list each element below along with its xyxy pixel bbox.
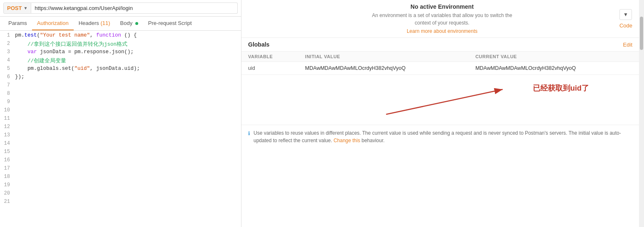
request-tabs: Params Authorization Headers (11) Body P… bbox=[0, 17, 241, 31]
tab-authorization[interactable]: Authorization bbox=[32, 17, 74, 30]
code-line: 2 //拿到这个接口返回值并转化为json格式 bbox=[0, 41, 241, 49]
line-number: 9 bbox=[2, 99, 15, 105]
code-editor[interactable]: 1pm.test("Your test name", function () {… bbox=[0, 31, 241, 227]
line-number: 11 bbox=[2, 116, 15, 121]
code-line: 6}); bbox=[0, 74, 241, 82]
tab-prerequest-label: Pre-request Script bbox=[148, 20, 192, 26]
col-initial-value: INITIAL VALUE bbox=[298, 52, 469, 62]
code-line: 14 bbox=[0, 141, 241, 149]
line-number: 5 bbox=[2, 66, 15, 72]
table-cell-current_value: MDAwMDAwMDAwMLOcrdyH382vhqVyoQ bbox=[469, 62, 639, 75]
variables-table: VARIABLE INITIAL VALUE CURRENT VALUE uid… bbox=[241, 52, 639, 75]
line-number: 18 bbox=[2, 174, 15, 180]
line-number: 7 bbox=[2, 82, 15, 88]
code-line: 17 bbox=[0, 165, 241, 174]
env-bar: No active Environment An environment is … bbox=[241, 0, 639, 38]
line-number: 21 bbox=[2, 199, 15, 205]
code-line: 19 bbox=[0, 182, 241, 190]
code-line: 21 bbox=[0, 199, 241, 207]
method-dropdown-arrow: ▼ bbox=[23, 6, 27, 10]
code-line: 12 bbox=[0, 124, 241, 132]
scrollbar-track[interactable] bbox=[639, 0, 644, 227]
line-number: 19 bbox=[2, 182, 15, 188]
line-number: 12 bbox=[2, 124, 15, 130]
env-dropdown-button[interactable]: ▼ bbox=[619, 9, 632, 20]
line-number: 2 bbox=[2, 41, 15, 47]
line-number: 17 bbox=[2, 165, 15, 171]
tab-authorization-label: Authorization bbox=[37, 20, 69, 26]
table-cell-initial_value: MDAwMDAwMDAwMLOcrdyH382vhqVyoQ bbox=[298, 62, 469, 75]
code-line: 18 bbox=[0, 174, 241, 182]
right-panel: No active Environment An environment is … bbox=[241, 0, 639, 227]
line-number: 15 bbox=[2, 149, 15, 155]
code-line: 20 bbox=[0, 190, 241, 199]
line-number: 13 bbox=[2, 132, 15, 138]
tab-prerequest[interactable]: Pre-request Script bbox=[143, 17, 197, 30]
method-label: POST bbox=[7, 5, 22, 11]
code-line: 4 //创建全局变量 bbox=[0, 57, 241, 66]
code-line: 13 bbox=[0, 132, 241, 141]
edit-link[interactable]: Edit bbox=[623, 42, 632, 48]
code-line: 1pm.test("Your test name", function () { bbox=[0, 32, 241, 41]
table-row: uidMDAwMDAwMDAwMLOcrdyH382vhqVyoQMDAwMDA… bbox=[241, 62, 639, 75]
col-current-value: CURRENT VALUE bbox=[469, 52, 639, 62]
line-number: 20 bbox=[2, 190, 15, 196]
code-line: 15 bbox=[0, 149, 241, 157]
code-line: 9 bbox=[0, 99, 241, 107]
bottom-info-text: Use variables to reuse values in differe… bbox=[254, 129, 632, 144]
line-number: 6 bbox=[2, 74, 15, 80]
code-line: 8 bbox=[0, 91, 241, 99]
scrollbar-thumb[interactable] bbox=[640, 17, 643, 50]
code-line: 10 bbox=[0, 107, 241, 116]
tab-headers[interactable]: Headers (11) bbox=[74, 17, 115, 30]
line-number: 14 bbox=[2, 141, 15, 146]
line-content: pm.globals.set("uid", jsonData.uid); bbox=[15, 66, 239, 72]
code-link[interactable]: Code bbox=[619, 22, 632, 29]
tab-body-label: Body bbox=[120, 20, 133, 26]
left-panel: POST ▼ Params Authorization Headers (11)… bbox=[0, 0, 241, 227]
tab-headers-label: Headers (11) bbox=[79, 20, 110, 26]
tab-params-label: Params bbox=[8, 20, 27, 26]
code-line: 11 bbox=[0, 116, 241, 124]
globals-header: Globals Edit bbox=[241, 38, 639, 52]
body-dot bbox=[135, 22, 138, 25]
line-number: 1 bbox=[2, 32, 15, 38]
method-selector[interactable]: POST ▼ bbox=[3, 2, 31, 14]
line-content: //拿到这个接口返回值并转化为json格式 bbox=[15, 41, 239, 48]
table-cell-variable: uid bbox=[241, 62, 298, 75]
headers-badge: (11) bbox=[100, 20, 110, 26]
tab-body[interactable]: Body bbox=[115, 17, 143, 30]
change-link[interactable]: Change this bbox=[333, 138, 360, 143]
code-line: 3 var jsonData = pm.response.json(); bbox=[0, 49, 241, 57]
env-header-area: No active Environment An environment is … bbox=[265, 3, 619, 34]
url-bar: POST ▼ bbox=[0, 0, 241, 17]
env-title: No active Environment bbox=[265, 3, 619, 10]
code-line: 5 pm.globals.set("uid", jsonData.uid); bbox=[0, 66, 241, 74]
code-line: 7 bbox=[0, 82, 241, 91]
line-content: var jsonData = pm.response.json(); bbox=[15, 49, 239, 55]
line-content: //创建全局变量 bbox=[15, 57, 239, 64]
svg-line-1 bbox=[386, 89, 503, 114]
line-number: 4 bbox=[2, 57, 15, 63]
tab-params[interactable]: Params bbox=[3, 17, 32, 30]
annotation-area: 已经获取到uid了 bbox=[241, 75, 639, 125]
annotation-text: 已经获取到uid了 bbox=[533, 83, 589, 93]
bottom-info: ℹ Use variables to reuse values in diffe… bbox=[241, 125, 639, 148]
line-number: 16 bbox=[2, 157, 15, 163]
col-variable: VARIABLE bbox=[241, 52, 298, 62]
env-desc: An environment is a set of variables tha… bbox=[265, 12, 619, 27]
url-input[interactable] bbox=[31, 2, 238, 14]
line-number: 8 bbox=[2, 91, 15, 96]
line-content: pm.test("Your test name", function () { bbox=[15, 32, 239, 38]
annotation-arrow bbox=[241, 75, 639, 125]
env-learn-more-link[interactable]: Learn more about environments bbox=[265, 28, 619, 34]
globals-title: Globals bbox=[248, 41, 269, 48]
line-number: 3 bbox=[2, 49, 15, 55]
line-number: 10 bbox=[2, 107, 15, 113]
code-line: 16 bbox=[0, 157, 241, 165]
info-icon: ℹ bbox=[248, 130, 250, 137]
line-content: }); bbox=[15, 74, 239, 80]
